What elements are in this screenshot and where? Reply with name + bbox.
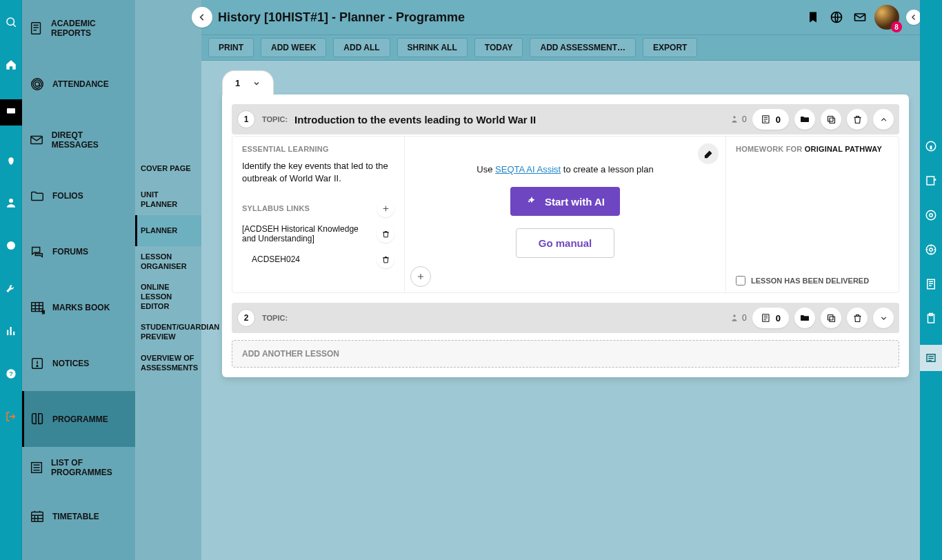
- essential-heading: ESSENTIAL LEARNING: [242, 145, 394, 153]
- syllabus-heading: SYLLABUS LINKS: [242, 204, 310, 212]
- nav-forums[interactable]: FORUMS: [22, 223, 135, 279]
- add-content-button[interactable]: [410, 266, 431, 287]
- nav-timetable[interactable]: TIMETABLE: [22, 488, 135, 544]
- page-icon[interactable]: [923, 276, 939, 292]
- nav-academic-reports[interactable]: ACADEMIC REPORTS: [22, 0, 135, 56]
- nav-label: NOTICES: [52, 359, 89, 368]
- person-icon[interactable]: [3, 194, 19, 211]
- nav-attendance[interactable]: ATTENDANCE: [22, 56, 135, 112]
- delete-syllabus-item-button[interactable]: [377, 225, 394, 243]
- tab-label: UNIT PLANNER: [141, 190, 196, 210]
- delete-syllabus-code-button[interactable]: [377, 250, 394, 268]
- lesson-body: ESSENTIAL LEARNING Identify the key even…: [232, 136, 899, 293]
- nav-list-of-programmes[interactable]: LIST OF PROGRAMMES: [22, 447, 135, 488]
- week-tab[interactable]: 1: [222, 70, 274, 95]
- home-icon[interactable]: [3, 57, 19, 73]
- ai-assist-link[interactable]: SEQTA AI Assist: [495, 164, 561, 174]
- tab-label: STUDENT/GUARDIAN PREVIEW: [141, 323, 219, 342]
- tab-label: PLANNER: [141, 226, 177, 236]
- wrench-icon[interactable]: [3, 280, 19, 297]
- tab-overview-assessments[interactable]: OVERVIEW OF ASSESSMENTS: [135, 348, 201, 379]
- tab-lesson-organiser[interactable]: LESSON ORGANISER: [135, 246, 201, 277]
- star-icon[interactable]: [3, 237, 19, 254]
- nav-notices[interactable]: NOTICES: [22, 335, 135, 391]
- start-with-ai-button[interactable]: Start with AI: [510, 187, 620, 216]
- mention-icon[interactable]: [923, 207, 939, 223]
- essential-text[interactable]: Identify the key events that led to the …: [242, 160, 394, 184]
- svg-point-0: [7, 18, 14, 26]
- syllabus-item-label: [ACDSEH Historical Knowledge and Underst…: [242, 224, 359, 243]
- resources-button[interactable]: 0: [752, 109, 789, 130]
- right-icon-rail: [920, 0, 942, 560]
- nav-label: ACADEMIC REPORTS: [51, 19, 128, 38]
- collapse-lesson-button[interactable]: [873, 109, 894, 130]
- planner-content: 1 1 TOPIC: Introduction to the events le…: [201, 61, 920, 560]
- add-assessment-button[interactable]: ADD ASSESSMENT…: [530, 38, 636, 57]
- add-note-icon[interactable]: [923, 172, 939, 189]
- syllabus-code: ACDSEH024: [242, 254, 300, 264]
- exit-icon[interactable]: [3, 408, 19, 425]
- delete-button[interactable]: [847, 308, 868, 328]
- news-icon[interactable]: [920, 345, 942, 371]
- syllabus-item: [ACDSEH Historical Knowledge and Underst…: [242, 224, 394, 243]
- svg-point-2: [9, 199, 13, 203]
- topic-label: TOPIC:: [262, 314, 288, 322]
- add-all-button[interactable]: ADD ALL: [333, 38, 390, 57]
- edit-button[interactable]: [698, 143, 719, 164]
- expand-lesson-button[interactable]: [873, 308, 894, 328]
- bookmark-icon[interactable]: [804, 8, 822, 26]
- collapse-right-button[interactable]: [906, 10, 921, 25]
- lesson-topic[interactable]: Introduction to the events leading to Wo…: [294, 114, 723, 126]
- svg-rect-1: [7, 108, 15, 114]
- go-manual-button[interactable]: Go manual: [516, 228, 615, 258]
- copy-button[interactable]: [821, 109, 841, 130]
- notification-badge: 8: [891, 21, 902, 32]
- folder-button[interactable]: [794, 308, 815, 328]
- nav-direqt-messages[interactable]: DIREQT MESSAGES: [22, 112, 135, 168]
- lesson-number: 1: [237, 110, 255, 128]
- copy-button[interactable]: [821, 308, 841, 328]
- tab-cover-page[interactable]: COVER PAGE: [135, 153, 201, 184]
- tab-online-lesson-editor[interactable]: ONLINE LESSON EDITOR: [135, 277, 201, 317]
- add-week-button[interactable]: ADD WEEK: [261, 38, 326, 57]
- wave-icon[interactable]: [3, 152, 19, 168]
- svg-rect-24: [830, 317, 835, 322]
- back-button[interactable]: [192, 7, 212, 28]
- alert-icon: [29, 355, 46, 372]
- print-button[interactable]: PRINT: [208, 38, 254, 57]
- nav-programme[interactable]: PROGRAMME: [22, 391, 135, 447]
- folder-button[interactable]: [794, 109, 815, 130]
- resources-button[interactable]: 0: [752, 308, 789, 328]
- delete-button[interactable]: [847, 109, 868, 130]
- export-button[interactable]: EXPORT: [643, 38, 697, 57]
- tab-unit-planner[interactable]: UNIT PLANNER: [135, 184, 201, 215]
- help-icon[interactable]: ?: [3, 366, 19, 382]
- delivered-checkbox[interactable]: [736, 276, 745, 286]
- main-region: History [10HIST#1] - Planner - Programme…: [201, 0, 920, 560]
- nav-marks-book[interactable]: % MARKS BOOK: [22, 279, 135, 335]
- svg-text:%: %: [41, 309, 45, 315]
- search-icon[interactable]: [3, 14, 19, 30]
- tab-student-guardian-preview[interactable]: STUDENT/GUARDIAN PREVIEW: [135, 317, 201, 348]
- support-icon[interactable]: [923, 241, 939, 258]
- teach-icon[interactable]: [0, 99, 22, 126]
- chevron-down-icon[interactable]: [252, 79, 261, 88]
- mail-icon[interactable]: [851, 8, 869, 26]
- delivered-row: LESSON HAS BEEN DELIVERED: [736, 276, 889, 286]
- nav-label: FOLIOS: [52, 191, 83, 201]
- nav-folios[interactable]: FOLIOS: [22, 168, 135, 223]
- essential-learning-column: ESSENTIAL LEARNING Identify the key even…: [232, 137, 405, 292]
- today-button[interactable]: TODAY: [474, 38, 523, 57]
- tab-planner[interactable]: PLANNER: [135, 215, 201, 246]
- clipboard-icon[interactable]: [923, 310, 939, 327]
- svg-point-22: [733, 314, 736, 317]
- stats-icon[interactable]: [3, 323, 19, 339]
- add-syllabus-button[interactable]: [377, 199, 394, 217]
- add-another-lesson[interactable]: ADD ANOTHER LESSON: [232, 340, 899, 368]
- shrink-all-button[interactable]: SHRINK ALL: [397, 38, 468, 57]
- svg-text:?: ?: [9, 370, 13, 377]
- globe-icon[interactable]: [828, 8, 845, 26]
- user-avatar[interactable]: 8: [874, 5, 899, 30]
- syllabus-code-row: ACDSEH024: [242, 250, 394, 268]
- info-icon[interactable]: [923, 138, 939, 154]
